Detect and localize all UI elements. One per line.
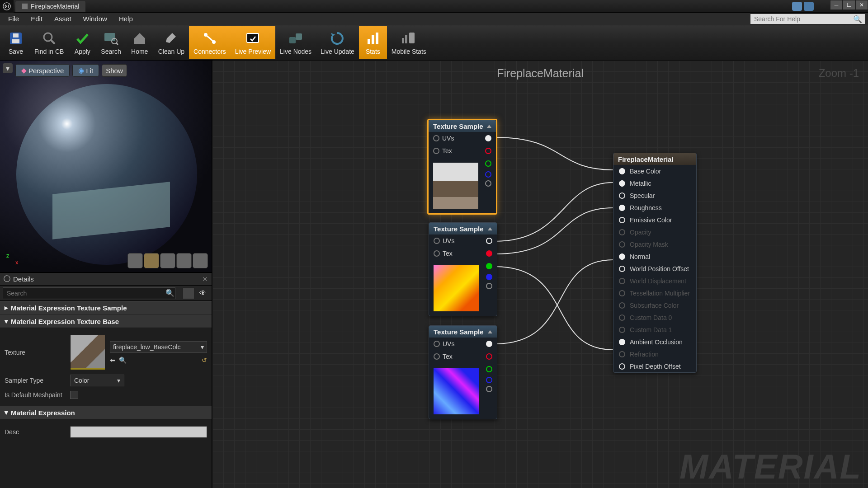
material-pin-subsurface-color[interactable]: Subsurface Color [613,299,696,311]
material-pin-metallic[interactable]: Metallic [613,177,696,189]
menu-window[interactable]: Window [78,13,113,25]
g-output-pin[interactable] [486,263,492,269]
texture-sample-node-3[interactable]: Texture Sample UVs Tex [429,325,497,419]
rgb-output-pin[interactable] [486,341,492,347]
tex-input-pin[interactable] [433,148,439,154]
b-output-pin[interactable] [485,171,491,178]
show-button[interactable]: Show [102,64,127,77]
save-button[interactable]: Save [2,26,30,59]
material-graph[interactable]: FireplaceMaterial Zoom -1 MATERIAL Textu… [212,61,868,488]
browse-icon[interactable]: 🔍 [119,357,127,364]
material-pin-normal[interactable]: Normal [613,250,696,263]
viewport-options-button[interactable]: ▾ [3,63,13,73]
input-pin[interactable] [619,339,625,345]
material-pin-ambient-occlusion[interactable]: Ambient Occlusion [613,336,696,348]
material-pin-emissive-color[interactable]: Emissive Color [613,214,696,226]
material-pin-world-displacement[interactable]: World Displacement [613,275,696,287]
input-pin[interactable] [619,351,625,357]
help-search[interactable]: 🔍 [750,14,865,24]
rgb-output-pin[interactable] [486,238,492,244]
input-pin[interactable] [619,192,625,199]
close-panel-icon[interactable]: ✕ [202,275,208,283]
primitive-cube-icon[interactable] [176,253,192,268]
use-selected-icon[interactable]: ⬅ [110,357,115,364]
input-pin[interactable] [619,302,625,309]
material-pin-base-color[interactable]: Base Color [613,165,696,177]
input-pin[interactable] [619,363,625,370]
sampler-type-dropdown[interactable]: Color▾ [70,375,124,386]
collapse-icon[interactable] [487,125,491,128]
search-button[interactable]: Search [96,26,125,59]
b-output-pin[interactable] [486,377,492,383]
live-nodes-button[interactable]: Live Nodes [275,26,316,59]
minimize-button[interactable]: ─ [830,0,843,10]
input-pin[interactable] [619,290,625,296]
help-search-input[interactable] [750,15,850,23]
primitive-mesh-icon[interactable] [193,253,208,268]
filter-grid-icon[interactable] [183,287,194,299]
texture-asset-dropdown[interactable]: fireplace_low_BaseColc▾ [110,341,207,353]
primitive-sphere-icon[interactable] [144,253,159,268]
live-preview-button[interactable]: Live Preview [231,26,275,59]
visibility-icon[interactable]: 👁 [197,287,209,299]
material-output-node[interactable]: FireplaceMaterial Base ColorMetallicSpec… [613,153,697,373]
material-pin-opacity[interactable]: Opacity [613,226,696,238]
live-update-button[interactable]: Live Update [316,26,359,59]
collapse-icon[interactable] [488,330,492,333]
material-pin-custom-data-1[interactable]: Custom Data 1 [613,324,696,336]
details-tab[interactable]: ⓘ Details ✕ [0,273,212,286]
menu-help[interactable]: Help [113,13,138,25]
input-pin[interactable] [619,241,625,248]
app-logo-icon[interactable] [0,0,14,13]
maximize-button[interactable]: ☐ [843,0,855,10]
lit-button[interactable]: ◉Lit [72,64,99,77]
menu-file[interactable]: File [3,13,24,25]
cleanup-button[interactable]: Clean Up [154,26,189,59]
g-output-pin[interactable] [485,160,491,167]
material-pin-opacity-mask[interactable]: Opacity Mask [613,238,696,250]
input-pin[interactable] [619,229,625,235]
input-pin[interactable] [619,253,625,260]
section-texture-sample[interactable]: ▸Material Expression Texture Sample [0,301,212,314]
home-button[interactable]: Home [126,26,154,59]
document-tab[interactable]: FireplaceMaterial [15,1,85,12]
apply-button[interactable]: Apply [68,26,96,59]
rgb-output-pin[interactable] [485,135,491,141]
a-output-pin[interactable] [485,180,491,187]
texture-thumbnail[interactable] [70,335,105,370]
texture-sample-node-1[interactable]: Texture Sample UVs Tex [427,119,497,215]
input-pin[interactable] [619,314,625,321]
a-output-pin[interactable] [486,386,492,392]
collapse-icon[interactable] [488,227,492,230]
input-pin[interactable] [619,205,625,211]
menu-asset[interactable]: Asset [49,13,77,25]
primitive-plane-icon[interactable] [160,253,175,268]
section-texture-base[interactable]: ▾Material Expression Texture Base [0,314,212,328]
tex-input-pin[interactable] [434,250,440,257]
mobile-stats-button[interactable]: Mobile Stats [387,26,431,59]
connectors-button[interactable]: Connectors [189,26,231,59]
reset-icon[interactable]: ↺ [202,357,207,364]
input-pin[interactable] [619,278,625,284]
search-icon[interactable]: 🔍 [850,15,865,23]
material-pin-world-position-offset[interactable]: World Position Offset [613,263,696,275]
material-pin-specular[interactable]: Specular [613,189,696,202]
close-button[interactable]: ✕ [855,0,868,10]
meshpaint-checkbox[interactable] [70,391,78,399]
section-material-expression[interactable]: ▾Material Expression [0,406,212,419]
details-search-input[interactable] [3,287,175,299]
material-pin-roughness[interactable]: Roughness [613,202,696,214]
uvs-input-pin[interactable] [433,135,439,141]
desc-input[interactable] [70,426,207,438]
texture-sample-node-2[interactable]: Texture Sample UVs Tex [429,222,497,316]
stats-button[interactable]: Stats [359,26,387,59]
input-pin[interactable] [619,168,625,174]
feedback-icon[interactable] [804,2,814,11]
perspective-button[interactable]: ◆Perspective [15,64,70,77]
uvs-input-pin[interactable] [434,238,440,244]
r-output-pin[interactable] [486,250,492,257]
primitive-cylinder-icon[interactable] [127,253,143,268]
r-output-pin[interactable] [486,353,492,360]
notification-icon[interactable] [792,2,802,11]
material-pin-tessellation-multiplier[interactable]: Tessellation Multiplier [613,287,696,299]
